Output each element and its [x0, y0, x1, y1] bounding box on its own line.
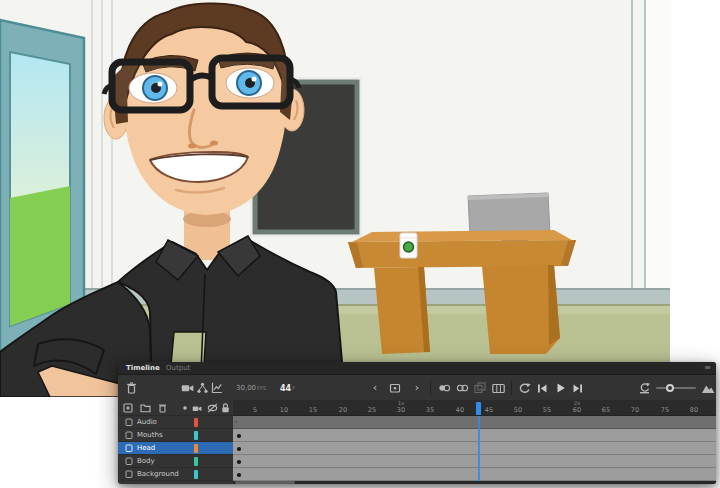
play-icon	[555, 382, 566, 394]
tab-output[interactable]: Output	[166, 362, 190, 375]
edit-multiple-frames-icon	[474, 382, 486, 394]
ruler-tick: 65	[600, 406, 612, 414]
ruler-tick: 15	[307, 406, 319, 414]
play-button[interactable]	[552, 376, 568, 400]
layer-row-head[interactable]: Head	[118, 442, 716, 455]
layer-color-swatch[interactable]	[194, 431, 198, 440]
frame-track[interactable]	[233, 442, 716, 455]
layer-label[interactable]: Mouths	[118, 429, 233, 442]
frame-box-icon	[389, 382, 401, 394]
layer-icon	[125, 457, 133, 466]
frame-ruler[interactable]: 1s 2s 5 10 15 20 25 30 35 40 45 50 55 60…	[233, 400, 716, 416]
animation-stage	[0, 0, 670, 397]
layer-label[interactable]: Background	[118, 468, 233, 481]
ruler-tick: 50	[512, 406, 524, 414]
playhead[interactable]	[476, 402, 481, 416]
ruler-tick: 30	[395, 406, 407, 414]
frame-track[interactable]	[233, 468, 716, 481]
graph-editor-button[interactable]	[209, 376, 223, 400]
toolbar-separator	[430, 381, 431, 395]
graph-icon	[211, 382, 222, 394]
layer-icon	[125, 431, 133, 440]
lock-all-layers-button[interactable]	[219, 400, 232, 416]
new-layer-button[interactable]	[121, 400, 134, 416]
folder-icon	[140, 403, 151, 413]
layer-icon	[125, 418, 133, 427]
layer-icon	[125, 470, 133, 479]
ruler-tick: 20	[337, 406, 349, 414]
layer-label[interactable]: Audio	[118, 416, 233, 429]
toolbar-separator	[511, 381, 512, 395]
playhead-line[interactable]	[478, 416, 480, 481]
layer-row-audio[interactable]: Audio ›	[118, 416, 716, 429]
slider-knob[interactable]	[666, 384, 674, 392]
previous-frame-button[interactable]: ‹	[368, 376, 382, 400]
camera-layer-button[interactable]	[190, 400, 203, 416]
onion-skin-button[interactable]	[436, 376, 452, 400]
layer-name: Body	[137, 457, 155, 465]
step-back-button[interactable]	[534, 376, 550, 400]
new-layer-icon	[123, 403, 133, 413]
frame-track[interactable]	[233, 429, 716, 442]
frame-rate-display[interactable]: 30,00FPS	[236, 376, 266, 400]
timeline-subheader: 1s 2s 5 10 15 20 25 30 35 40 45 50 55 60…	[118, 400, 716, 416]
reset-timeline-zoom-button[interactable]	[636, 376, 652, 400]
timeline-scrollbar[interactable]	[233, 481, 716, 484]
ruler-tick: 25	[366, 406, 378, 414]
step-forward-icon	[572, 383, 584, 394]
panel-menu-icon[interactable]: ≡	[704, 362, 711, 375]
camera-button[interactable]	[180, 376, 195, 400]
camera-icon	[181, 382, 194, 394]
ruler-tick: 35	[424, 406, 436, 414]
layer-row-background[interactable]: Background	[118, 468, 716, 481]
loop-frame-range-button[interactable]	[387, 376, 403, 400]
ruler-tick: 75	[659, 406, 671, 414]
tab-timeline[interactable]: Timeline	[126, 362, 160, 375]
ruler-tick: 10	[278, 406, 290, 414]
ruler-tick: 80	[688, 406, 700, 414]
audio-clip-start: ›	[235, 416, 238, 429]
delete-layer-button[interactable]	[156, 400, 169, 416]
ruler-tick: 55	[541, 406, 553, 414]
layer-label-selected[interactable]: Head	[118, 442, 233, 455]
camera-icon	[192, 404, 202, 413]
scrollbar-thumb[interactable]	[235, 481, 295, 484]
layer-name: Audio	[137, 418, 157, 426]
keyframe-dot	[237, 434, 241, 438]
parenting-view-button[interactable]	[195, 376, 209, 400]
layer-color-swatch[interactable]	[194, 418, 198, 427]
onion-skin-icon	[438, 382, 451, 394]
camera-frame-button[interactable]	[490, 376, 507, 400]
layer-row-mouths[interactable]: Mouths	[118, 429, 716, 442]
mountain-icon	[701, 383, 715, 394]
ruler-tick: 5	[249, 406, 261, 414]
current-frame-display[interactable]: 44F	[280, 376, 295, 400]
keyframe-dot	[237, 447, 241, 451]
layer-name: Head	[137, 444, 155, 452]
layer-row-body[interactable]: Body	[118, 455, 716, 468]
layer-label[interactable]: Body	[118, 455, 233, 468]
hide-all-layers-button[interactable]	[205, 400, 219, 416]
layer-color-swatch[interactable]	[194, 444, 198, 453]
new-folder-button[interactable]	[138, 400, 152, 416]
onion-skin-outlines-button[interactable]	[454, 376, 470, 400]
resize-timeline-view-button[interactable]	[700, 376, 716, 400]
outline-color-button[interactable]	[180, 400, 190, 416]
next-frame-button[interactable]: ›	[410, 376, 424, 400]
slider-track[interactable]	[656, 387, 696, 389]
delete-button[interactable]	[124, 376, 138, 400]
audio-track[interactable]: ›	[233, 416, 716, 429]
frame-unit: F	[292, 385, 295, 391]
step-forward-button[interactable]	[570, 376, 586, 400]
timeline-zoom-slider[interactable]	[656, 376, 696, 400]
layer-color-swatch[interactable]	[194, 470, 198, 479]
layer-color-swatch[interactable]	[194, 457, 198, 466]
trash-icon	[126, 382, 137, 394]
edit-multiple-frames-button[interactable]	[472, 376, 488, 400]
frame-track[interactable]	[233, 455, 716, 468]
fps-unit: FPS	[257, 385, 266, 391]
page: Timeline Output ≡	[0, 0, 720, 488]
loop-playback-button[interactable]	[516, 376, 533, 400]
timeline-toolbar: 30,00FPS 44F ‹ ›	[118, 376, 716, 400]
parenting-icon	[197, 382, 208, 394]
